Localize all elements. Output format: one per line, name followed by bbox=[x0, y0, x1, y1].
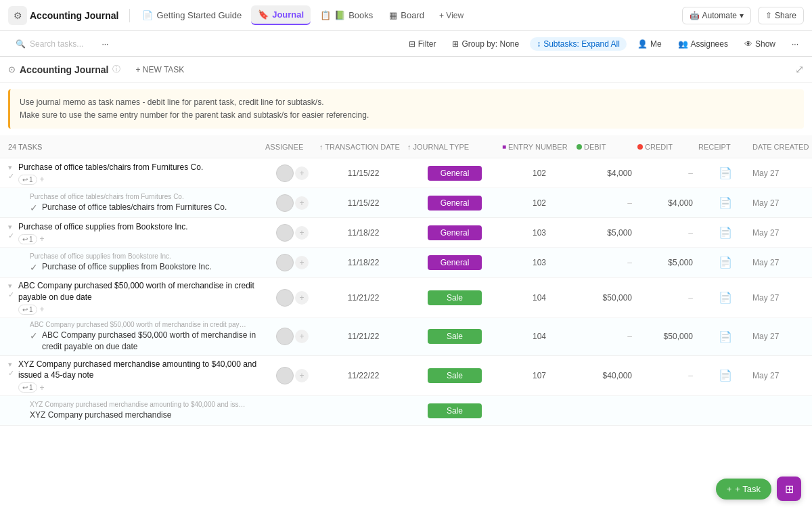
tab-journal[interactable]: 🔖 Journal bbox=[251, 5, 311, 25]
search-box[interactable]: 🔍 Search tasks... bbox=[8, 36, 91, 52]
subtask-check[interactable]: ✓ bbox=[30, 202, 38, 213]
subtask-text[interactable]: Purchase of office supplies from Booksto… bbox=[42, 261, 212, 273]
toolbar2-more[interactable]: ··· bbox=[786, 37, 804, 51]
col-debit[interactable]: DEBIT bbox=[577, 143, 637, 151]
subtask-icon: ↩ bbox=[22, 384, 28, 391]
add-assignee-button[interactable]: + bbox=[295, 167, 309, 180]
add-assignee-button[interactable]: + bbox=[295, 369, 309, 382]
avatar[interactable] bbox=[276, 328, 294, 345]
add-subtask-button[interactable]: + bbox=[40, 234, 45, 244]
list-header: ⊙ Accounting Journal ⓘ + NEW TASK ⤢ bbox=[0, 57, 812, 83]
task-text[interactable]: Purchase of office supplies from Booksto… bbox=[18, 221, 260, 233]
receipt-cell: 📄 bbox=[698, 256, 752, 269]
group-icon: ⊞ bbox=[452, 39, 459, 49]
journal-badge[interactable]: Sale bbox=[428, 403, 482, 418]
journal-badge[interactable]: Sale bbox=[428, 290, 482, 305]
entry-cell: 102 bbox=[502, 198, 577, 208]
expand-button[interactable]: ▾✓ bbox=[8, 223, 14, 240]
subtask-check[interactable]: ✓ bbox=[30, 262, 38, 273]
more-icon: ··· bbox=[792, 39, 798, 49]
list-expand-icon[interactable]: ⤢ bbox=[795, 63, 804, 76]
subtask-count-chip[interactable]: ↩ 1 bbox=[18, 305, 37, 315]
me-button[interactable]: 👤 Me bbox=[632, 37, 667, 51]
journal-badge[interactable]: General bbox=[428, 225, 482, 240]
subtask-text[interactable]: XYZ Company purchased merchandise bbox=[30, 410, 171, 421]
debit-cell: $50,000 bbox=[577, 293, 637, 303]
avatar[interactable] bbox=[276, 367, 294, 384]
receipt-icon[interactable]: 📄 bbox=[719, 196, 732, 209]
list-title: Accounting Journal bbox=[20, 64, 108, 75]
expand-button[interactable]: ▾✓ bbox=[8, 163, 14, 181]
add-assignee-button[interactable]: + bbox=[295, 291, 309, 305]
col-assignee[interactable]: ASSIGNEE bbox=[265, 143, 319, 151]
add-task-fab[interactable]: + + Task bbox=[716, 479, 771, 500]
add-assignee-button[interactable]: + bbox=[295, 330, 309, 343]
automate-button[interactable]: 🤖 Automate ▾ bbox=[682, 7, 751, 24]
col-date-created[interactable]: DATE CREATED bbox=[752, 143, 812, 151]
entry-cell: 103 bbox=[502, 228, 577, 238]
info-icon[interactable]: ⓘ bbox=[112, 64, 120, 75]
journal-badge[interactable]: Sale bbox=[428, 368, 482, 383]
task-text[interactable]: Purchase of office tables/chairs from Fu… bbox=[18, 162, 260, 173]
add-assignee-button[interactable]: + bbox=[295, 256, 309, 269]
subtask-check[interactable]: ✓ bbox=[30, 330, 38, 341]
avatar[interactable] bbox=[276, 254, 294, 271]
grid-fab[interactable]: ⊞ bbox=[777, 477, 801, 501]
entry-cell: 104 bbox=[502, 332, 577, 341]
tab-books[interactable]: 📋 📗 Books bbox=[313, 6, 380, 24]
group-by-button[interactable]: ⊞ Group by: None bbox=[447, 37, 524, 51]
expand-button[interactable]: ▾✓ bbox=[8, 282, 14, 299]
task-text[interactable]: ABC Company purchased $50,000 worth of m… bbox=[18, 280, 260, 303]
receipt-icon[interactable]: 📄 bbox=[719, 226, 732, 239]
journal-badge[interactable]: Sale bbox=[428, 329, 482, 344]
show-button[interactable]: 👁 Show bbox=[739, 37, 781, 51]
col-credit[interactable]: CREDIT bbox=[637, 143, 698, 151]
subtask-count-chip[interactable]: ↩ 1 bbox=[18, 382, 37, 393]
receipt-icon[interactable]: 📄 bbox=[719, 369, 732, 382]
subtask-text[interactable]: Purchase of office tables/chairs from Fu… bbox=[42, 202, 227, 213]
subtask-text[interactable]: ABC Company purchased $50,000 worth of m… bbox=[42, 330, 260, 353]
avatar[interactable] bbox=[276, 289, 294, 307]
receipt-icon[interactable]: 📄 bbox=[719, 167, 732, 179]
col-transaction-date[interactable]: ↑ TRANSACTION DATE bbox=[319, 143, 407, 151]
journal-cell: General bbox=[407, 166, 502, 181]
subtask-count-chip[interactable]: ↩ 1 bbox=[18, 234, 37, 244]
col-journal-type[interactable]: ↑ JOURNAL TYPE bbox=[407, 143, 502, 151]
expand-button[interactable]: ▾✓ bbox=[8, 360, 14, 378]
receipt-icon[interactable]: 📄 bbox=[719, 330, 732, 343]
journal-badge[interactable]: General bbox=[428, 166, 482, 181]
filter-button[interactable]: ⊟ Filter bbox=[403, 37, 442, 51]
add-subtask-button[interactable]: + bbox=[40, 175, 45, 184]
journal-cell: General bbox=[407, 255, 502, 270]
receipt-icon[interactable]: 📄 bbox=[719, 291, 732, 304]
assignees-button[interactable]: 👥 Assignees bbox=[673, 37, 734, 51]
subtasks-expand-button[interactable]: ↕ Subtasks: Expand All bbox=[530, 37, 627, 51]
receipt-icon[interactable]: 📄 bbox=[719, 256, 732, 269]
col-receipt[interactable]: RECEIPT bbox=[698, 143, 752, 151]
avatar[interactable] bbox=[276, 164, 294, 182]
more-options-button[interactable]: ··· bbox=[96, 37, 114, 51]
share-button[interactable]: ⇧ Share bbox=[758, 7, 804, 24]
add-subtask-button[interactable]: + bbox=[40, 305, 45, 314]
entry-cell: 104 bbox=[502, 293, 577, 303]
avatar[interactable] bbox=[276, 194, 294, 212]
subtask-count-chip[interactable]: ↩ 1 bbox=[18, 175, 37, 185]
col-entry-number[interactable]: ■ ENTRY NUMBER bbox=[502, 143, 577, 151]
share-icon: ⇧ bbox=[765, 11, 772, 20]
add-subtask-button[interactable]: + bbox=[40, 383, 45, 393]
journal-badge[interactable]: General bbox=[428, 196, 482, 211]
tab-board[interactable]: ▦ Board bbox=[382, 6, 431, 24]
ellipsis-icon: ··· bbox=[102, 39, 108, 49]
add-assignee-button[interactable]: + bbox=[295, 196, 309, 210]
subtask-icon: ↩ bbox=[22, 306, 28, 313]
credit-cell: – bbox=[637, 169, 698, 178]
plus-view-button[interactable]: + View bbox=[434, 7, 469, 24]
new-task-button[interactable]: + NEW TASK bbox=[130, 63, 189, 76]
journal-badge[interactable]: General bbox=[428, 255, 482, 270]
task-text[interactable]: XYZ Company purchased merchandise amount… bbox=[18, 359, 260, 382]
tab-getting-started[interactable]: 📄 Getting Started Guide bbox=[135, 6, 248, 24]
add-assignee-button[interactable]: + bbox=[295, 226, 309, 240]
avatar[interactable] bbox=[276, 224, 294, 242]
credit-cell: – bbox=[637, 228, 698, 238]
collapse-button[interactable]: ⊙ bbox=[8, 64, 16, 74]
